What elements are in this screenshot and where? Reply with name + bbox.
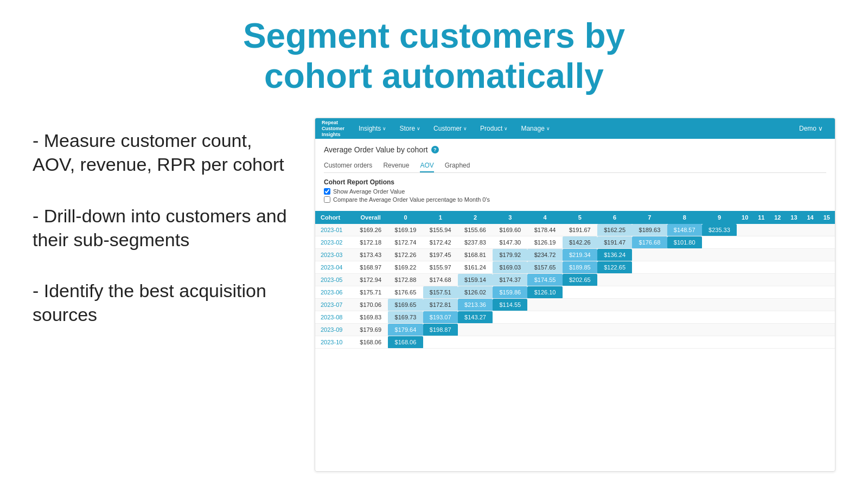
cohort-options: Cohort Report Options Show Average Order… xyxy=(324,178,826,203)
cell-value: $126.19 xyxy=(527,236,562,249)
col-2: 2 xyxy=(458,211,493,224)
cell-overall: $179.69 xyxy=(353,324,388,336)
nav-manage[interactable]: Manage ∨ xyxy=(515,123,555,134)
cell-value xyxy=(769,236,786,249)
cell-value: $169.19 xyxy=(388,224,423,236)
cell-value: $172.81 xyxy=(423,299,458,311)
chevron-down-icon: ∨ xyxy=(382,126,386,131)
cell-cohort[interactable]: 2023-02 xyxy=(315,236,353,249)
cell-value: $174.37 xyxy=(493,274,527,286)
cell-value xyxy=(632,286,667,299)
col-3: 3 xyxy=(493,211,527,224)
table-row: 2023-05$172.94$172.88$174.68$159.14$174.… xyxy=(315,274,835,286)
cell-value xyxy=(753,336,769,349)
cell-value xyxy=(786,324,802,336)
cell-value xyxy=(802,249,819,261)
col-12: 12 xyxy=(769,211,786,224)
nav-bar: RepeatCustomerInsights Insights ∨ Store … xyxy=(315,118,835,139)
cell-value xyxy=(667,261,702,274)
cell-value xyxy=(493,324,527,336)
cell-value xyxy=(527,336,562,349)
cell-value xyxy=(802,299,819,311)
cell-cohort[interactable]: 2023-01 xyxy=(315,224,353,236)
bullet-2: - Drill-down into customers and their su… xyxy=(33,204,293,252)
cell-value xyxy=(702,249,737,261)
col-13: 13 xyxy=(786,211,802,224)
cell-value: $155.66 xyxy=(458,224,493,236)
table-row: 2023-07$170.06$169.65$172.81$213.36$114.… xyxy=(315,299,835,311)
tab-graphed[interactable]: Graphed xyxy=(445,159,470,172)
nav-logo: RepeatCustomerInsights xyxy=(322,120,344,137)
cell-value xyxy=(769,286,786,299)
cell-value xyxy=(702,336,737,349)
cell-value: $234.72 xyxy=(527,249,562,261)
compare-aov-checkbox[interactable] xyxy=(324,196,330,203)
table-row: 2023-10$168.06$168.06 xyxy=(315,336,835,349)
cell-value xyxy=(786,249,802,261)
nav-insights[interactable]: Insights ∨ xyxy=(353,123,392,134)
cell-value: $169.03 xyxy=(493,261,527,274)
cell-value xyxy=(632,336,667,349)
cell-value xyxy=(632,249,667,261)
cell-value: $174.68 xyxy=(423,274,458,286)
cell-value xyxy=(458,336,493,349)
cell-value xyxy=(597,324,632,336)
tab-aov[interactable]: AOV xyxy=(420,159,433,172)
cell-value: $202.65 xyxy=(563,274,597,286)
cell-cohort[interactable]: 2023-09 xyxy=(315,324,353,336)
cell-value xyxy=(597,311,632,324)
col-14: 14 xyxy=(802,211,819,224)
cell-cohort[interactable]: 2023-05 xyxy=(315,274,353,286)
chevron-down-icon: ∨ xyxy=(417,126,420,131)
col-overall: Overall xyxy=(353,211,388,224)
cell-value: $114.55 xyxy=(493,299,527,311)
nav-product[interactable]: Product ∨ xyxy=(475,123,513,134)
cell-value xyxy=(753,274,769,286)
cell-value xyxy=(786,311,802,324)
help-icon[interactable]: ? xyxy=(431,146,439,153)
cell-value xyxy=(667,299,702,311)
cell-cohort[interactable]: 2023-03 xyxy=(315,249,353,261)
cell-value xyxy=(753,324,769,336)
cell-value xyxy=(702,274,737,286)
table-row: 2023-04$168.97$169.22$155.97$161.24$169.… xyxy=(315,261,835,274)
cell-value: $159.86 xyxy=(493,286,527,299)
cell-cohort[interactable]: 2023-06 xyxy=(315,286,353,299)
cell-value xyxy=(769,274,786,286)
cell-value xyxy=(737,299,753,311)
cell-value: $197.45 xyxy=(423,249,458,261)
cell-value xyxy=(737,286,753,299)
cell-value xyxy=(802,336,819,349)
cell-value xyxy=(702,299,737,311)
cell-value xyxy=(737,311,753,324)
cell-value: $161.24 xyxy=(458,261,493,274)
cell-value: $237.83 xyxy=(458,236,493,249)
cell-value xyxy=(753,286,769,299)
cell-cohort[interactable]: 2023-08 xyxy=(315,311,353,324)
cell-value xyxy=(819,324,835,336)
cell-cohort[interactable]: 2023-07 xyxy=(315,299,353,311)
cell-value: $193.07 xyxy=(423,311,458,324)
cell-value xyxy=(527,311,562,324)
cell-value xyxy=(819,236,835,249)
nav-store[interactable]: Store ∨ xyxy=(394,123,426,134)
cell-value xyxy=(737,261,753,274)
show-aov-checkbox[interactable] xyxy=(324,188,330,195)
cell-value xyxy=(753,224,769,236)
col-cohort: Cohort xyxy=(315,211,353,224)
cell-value xyxy=(753,261,769,274)
nav-demo[interactable]: Demo ∨ xyxy=(794,123,828,134)
cell-cohort[interactable]: 2023-04 xyxy=(315,261,353,274)
tab-customer-orders[interactable]: Customer orders xyxy=(324,159,372,172)
cell-value xyxy=(802,286,819,299)
cell-value xyxy=(786,274,802,286)
cell-value: $157.65 xyxy=(527,261,562,274)
cell-value: $179.92 xyxy=(493,249,527,261)
table-header-row: Cohort Overall 0 1 2 3 4 5 6 7 8 9 xyxy=(315,211,835,224)
cell-cohort[interactable]: 2023-10 xyxy=(315,336,353,349)
nav-customer[interactable]: Customer ∨ xyxy=(428,123,473,134)
tab-revenue[interactable]: Revenue xyxy=(383,159,409,172)
cell-overall: $172.18 xyxy=(353,236,388,249)
cell-value: $172.42 xyxy=(423,236,458,249)
cohort-table: Cohort Overall 0 1 2 3 4 5 6 7 8 9 xyxy=(315,211,835,349)
